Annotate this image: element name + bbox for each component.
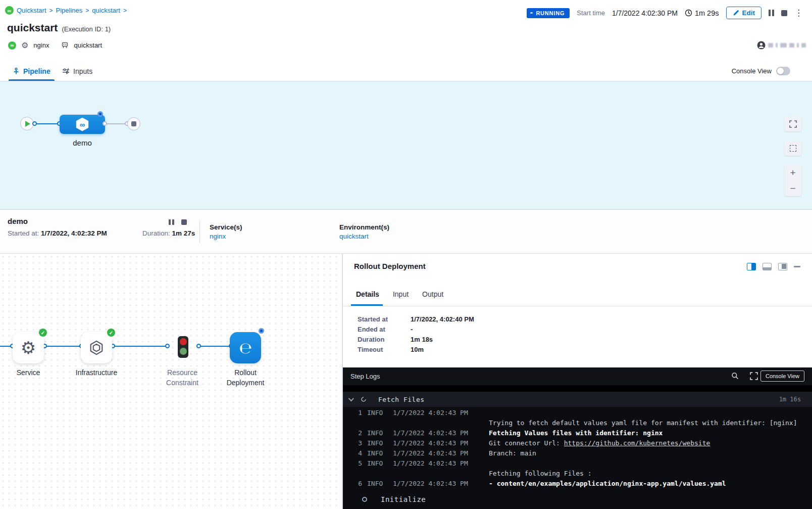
pipeline-canvas[interactable]: ∞ demo + −	[0, 81, 812, 209]
status-badge: RUNNING	[527, 8, 570, 18]
panel-layout-controls	[747, 263, 800, 270]
edit-button[interactable]: Edit	[726, 7, 762, 19]
console-view-toggle[interactable]	[776, 67, 790, 75]
breadcrumb-pipelines[interactable]: Pipelines	[56, 7, 83, 14]
service-gear-icon: ⚙	[21, 40, 28, 50]
services-label: Service(s)	[210, 223, 242, 231]
stage-info-bar: demo Started at: 1/7/2022, 4:02:32 PM Du…	[0, 209, 812, 254]
environment-link[interactable]: quickstart	[339, 233, 369, 240]
zoom-in-button[interactable]: +	[784, 165, 801, 180]
more-options-menu[interactable]: ⋮	[794, 9, 803, 17]
step-panel-tabs: Details Input Output	[356, 290, 443, 298]
clock-icon	[685, 9, 692, 17]
elapsed-time: 1m 29s	[685, 9, 719, 17]
top-header: ∞ Quickstart > Pipelines > quickstart > …	[0, 0, 812, 60]
red-light	[180, 338, 187, 345]
console-view-label: Console View	[732, 67, 772, 75]
step-node-infrastructure[interactable]: ✓	[81, 332, 112, 363]
redacted-text	[801, 43, 806, 48]
inputs-icon	[62, 68, 70, 75]
layout-bottom-split-button[interactable]	[763, 263, 772, 270]
pencil-icon	[733, 10, 739, 16]
started-at-label: Started at:	[8, 229, 39, 237]
step-node-resource-constraint[interactable]	[178, 336, 188, 358]
breadcrumb: ∞ Quickstart > Pipelines > quickstart >	[5, 6, 127, 15]
layout-panel-split-button[interactable]	[778, 263, 787, 270]
environments-label: Environment(s)	[339, 223, 389, 231]
log-line: 1INFO1/7/2022 4:02:43 PM	[343, 407, 812, 418]
git-connector-link[interactable]: https://github.com/kubernetes/website	[564, 439, 710, 447]
canvas-fullscreen-button[interactable]	[784, 117, 801, 131]
step-node-rollout-deployment[interactable]: ℮	[230, 332, 261, 363]
log-section-duration: 1m 16s	[779, 396, 801, 403]
breadcrumb-separator: >	[85, 7, 89, 14]
log-section-initialize[interactable]: Initialize	[343, 494, 812, 505]
step-label-infrastructure: Infrastructure	[66, 367, 127, 378]
execution-graph[interactable]: ⚙ ✓ ✓ ℮ Service Infrastructure Resource …	[0, 254, 342, 509]
step-logs-header: Step Logs Console View	[343, 367, 812, 385]
tab-output[interactable]: Output	[422, 290, 443, 298]
search-icon[interactable]	[731, 372, 739, 380]
detail-ended-label: Ended at	[358, 326, 411, 333]
stage-name-label: demo	[62, 138, 103, 147]
redacted-text	[768, 43, 773, 48]
tab-pipeline[interactable]: Pipeline	[13, 67, 50, 75]
environment-tag[interactable]: quickstart	[74, 41, 102, 49]
step-logs-panel: Step Logs Console View Fetch Files 1m 16…	[343, 367, 812, 509]
breadcrumb-pipeline-name[interactable]: quickstart	[92, 7, 120, 14]
tab-details[interactable]: Details	[356, 290, 379, 298]
log-section-name: Initialize	[381, 495, 426, 503]
pending-circle-icon	[362, 497, 367, 502]
pause-execution-button[interactable]	[769, 10, 774, 16]
marquee-icon	[790, 145, 796, 152]
detail-timeout-label: Timeout	[358, 346, 411, 353]
logs-toolbar-gap	[343, 385, 812, 392]
layout-right-split-button[interactable]	[747, 263, 756, 270]
breadcrumb-separator: >	[123, 7, 127, 14]
service-link[interactable]: nginx	[210, 233, 226, 240]
stage-node-demo[interactable]: ∞	[60, 115, 105, 134]
log-line: Trying to fetch default values yaml file…	[343, 418, 812, 428]
log-line: 3INFO1/7/2022 4:02:43 PMGit connector Ur…	[343, 438, 812, 448]
step-label-service: Service	[8, 367, 48, 378]
logs-fullscreen-icon[interactable]	[750, 372, 758, 380]
harness-cd-module-icon: ∞	[5, 6, 14, 15]
minimize-panel-button[interactable]	[794, 266, 800, 267]
stage-pause-button[interactable]	[169, 219, 174, 225]
stage-running-spinner	[97, 111, 103, 117]
detail-duration-value: 1m 18s	[411, 336, 433, 343]
log-section-name: Fetch Files	[378, 396, 425, 403]
tab-inputs[interactable]: Inputs	[62, 67, 92, 75]
service-tag[interactable]: nginx	[33, 41, 49, 49]
avatar-icon[interactable]	[757, 41, 766, 50]
pipeline-icon	[13, 68, 20, 75]
step-node-service[interactable]: ⚙ ✓	[13, 332, 44, 363]
step-label-resource-constraint: Resource Constraint	[160, 367, 205, 388]
canvas-select-button[interactable]	[784, 141, 801, 156]
abort-execution-button[interactable]	[781, 10, 787, 16]
step-running-spinner	[259, 328, 264, 334]
environment-icon	[61, 41, 69, 49]
step-logs-title: Step Logs	[350, 373, 380, 380]
stage-stop-button[interactable]	[181, 219, 187, 225]
success-check-icon: ✓	[107, 329, 115, 337]
log-lines[interactable]: 1INFO1/7/2022 4:02:43 PM Trying to fetch…	[343, 407, 812, 488]
start-time-label: Start time	[577, 9, 605, 17]
app-root: ∞ Quickstart > Pipelines > quickstart > …	[0, 0, 812, 509]
step-panel-title: Rollout Deployment	[354, 262, 426, 270]
log-line: Fetching following Files :	[343, 468, 812, 478]
play-icon	[25, 121, 30, 127]
started-at-value: 1/7/2022, 4:02:32 PM	[41, 229, 107, 237]
pipeline-start-node	[20, 117, 34, 130]
fullscreen-icon	[789, 120, 797, 128]
log-section-fetch-files[interactable]: Fetch Files 1m 16s	[343, 392, 812, 407]
step-details-panel: Rollout Deployment Details Input Output …	[342, 254, 812, 509]
redacted-text	[780, 43, 787, 48]
breadcrumb-quickstart[interactable]: Quickstart	[17, 7, 46, 14]
canvas-zoom-controls: + −	[784, 165, 801, 196]
zoom-out-button[interactable]: −	[784, 180, 801, 196]
detail-started-label: Started at	[358, 315, 411, 323]
logs-console-view-button[interactable]: Console View	[760, 371, 804, 382]
tab-input[interactable]: Input	[393, 290, 409, 298]
stop-icon	[131, 121, 136, 126]
